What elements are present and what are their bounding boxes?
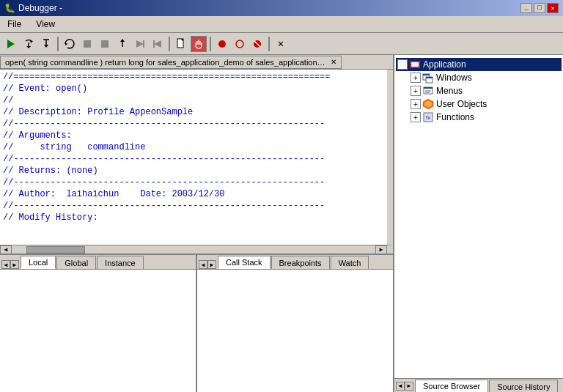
h-scroll-thumb[interactable] xyxy=(26,246,85,254)
toolbar: ✕ xyxy=(0,33,563,55)
expand-windows[interactable]: + xyxy=(411,73,421,83)
code-line-7: //--------------------------------------… xyxy=(3,153,384,165)
code-line-10: // Author: laihaichun Date: 2003/12/30 xyxy=(3,188,384,200)
code-line-11: //--------------------------------------… xyxy=(3,200,384,212)
code-line-2: // xyxy=(3,95,384,106)
code-area[interactable]: //======================================… xyxy=(0,70,393,245)
sep4 xyxy=(268,37,270,51)
functions-icon: fx xyxy=(422,111,434,123)
title-bar-buttons[interactable]: _ □ ✕ xyxy=(520,3,559,13)
br-nav-left[interactable]: ◀ xyxy=(199,260,207,269)
forward-button[interactable] xyxy=(132,36,148,52)
hand-button[interactable] xyxy=(191,36,207,52)
bottom-left-tab-bar: ◀ ▶ Local Global Instance xyxy=(0,255,196,270)
tab-watch[interactable]: Watch xyxy=(331,256,369,269)
svg-rect-23 xyxy=(411,62,419,67)
minimize-button[interactable]: _ xyxy=(520,3,532,13)
tree-item-windows[interactable]: + Windows xyxy=(396,71,562,84)
tree-item-menus[interactable]: + Menus xyxy=(396,84,562,97)
menus-icon xyxy=(422,85,434,97)
svg-marker-0 xyxy=(7,40,15,48)
title-bar: 🐛 Debugger - _ □ ✕ xyxy=(0,0,563,16)
menu-view[interactable]: View xyxy=(32,18,59,31)
bl-nav-left[interactable]: ◀ xyxy=(1,260,10,269)
scroll-right[interactable]: ▶ xyxy=(375,245,387,254)
code-line-5: // Arguments: xyxy=(3,130,384,141)
expand-functions[interactable]: + xyxy=(411,112,421,122)
code-line-12: // Modify History: xyxy=(3,212,384,223)
restart-button[interactable] xyxy=(62,36,78,52)
expand-application[interactable]: + xyxy=(397,59,408,70)
tree-label-functions: Functions xyxy=(436,112,474,122)
code-tab-close[interactable]: ✕ xyxy=(331,58,336,66)
tree-label-windows: Windows xyxy=(436,73,472,83)
userobjects-icon xyxy=(422,98,434,110)
step-over-button[interactable] xyxy=(21,36,37,52)
tree-item-functions[interactable]: + fx Functions xyxy=(396,111,562,124)
back-button[interactable] xyxy=(150,36,166,52)
code-line-3: // Description: Profile AppeonSample xyxy=(3,106,384,118)
svg-text:fx: fx xyxy=(426,114,430,121)
svg-rect-29 xyxy=(424,87,433,89)
bottom-right-content xyxy=(197,270,393,392)
menu-bar: File View xyxy=(0,16,563,33)
step-out-button[interactable] xyxy=(114,36,130,52)
sep1 xyxy=(57,37,59,51)
scroll-left[interactable]: ◀ xyxy=(0,245,12,254)
close-tab-button[interactable]: ✕ xyxy=(273,36,289,52)
tab-callstack[interactable]: Call Stack xyxy=(218,256,271,269)
windows-icon xyxy=(422,72,434,84)
bottom-right-tab-bar: ◀ ▶ Call Stack Breakpoints Watch xyxy=(197,255,393,270)
menu-file[interactable]: File xyxy=(3,18,26,31)
tab-local[interactable]: Local xyxy=(21,256,56,269)
code-line-6: // string commandline xyxy=(3,141,384,153)
app-icon: 🐛 xyxy=(4,3,15,13)
tab-breakpoints[interactable]: Breakpoints xyxy=(271,256,330,269)
br-nav-right[interactable]: ▶ xyxy=(207,260,216,269)
tree-item-application[interactable]: + Application xyxy=(396,58,562,71)
sb-nav-right[interactable]: ▶ xyxy=(405,382,413,391)
breakpoint-button1[interactable] xyxy=(214,36,230,52)
breakpoint-button3[interactable] xyxy=(249,36,265,52)
svg-marker-3 xyxy=(26,46,31,48)
code-line-8: // Returns: (none) xyxy=(3,165,384,177)
tab-instance[interactable]: Instance xyxy=(97,256,144,269)
sep2 xyxy=(169,37,170,51)
bottom-left-content xyxy=(0,270,196,392)
svg-marker-14 xyxy=(154,40,161,48)
tree-label-application: Application xyxy=(423,59,466,70)
expand-menus[interactable]: + xyxy=(411,86,421,96)
bottom-panels: ◀ ▶ Local Global Instance ◀ ▶ Call S xyxy=(0,254,393,392)
tree-item-userobjects[interactable]: + User Objects xyxy=(396,97,562,111)
new-button[interactable] xyxy=(173,36,189,52)
svg-marker-11 xyxy=(120,39,125,42)
sep3 xyxy=(210,37,211,51)
tab-global[interactable]: Global xyxy=(56,256,96,269)
tab-source-browser[interactable]: Source Browser xyxy=(415,380,488,392)
svg-rect-8 xyxy=(84,40,91,48)
step-into-button[interactable] xyxy=(38,36,54,52)
bl-nav-right[interactable]: ▶ xyxy=(10,260,19,269)
h-scrollbar[interactable]: ◀ ▶ xyxy=(0,245,393,254)
tab-source-history[interactable]: Source History xyxy=(489,380,558,392)
stop-button1[interactable] xyxy=(79,36,95,52)
sb-nav-left[interactable]: ◀ xyxy=(396,382,405,391)
maximize-button[interactable]: □ xyxy=(534,3,545,13)
run-button[interactable] xyxy=(3,36,19,52)
close-button[interactable]: ✕ xyxy=(547,3,559,13)
breakpoint-button2[interactable] xyxy=(232,36,248,52)
svg-marker-7 xyxy=(65,42,67,45)
code-line-0: //======================================… xyxy=(3,71,384,83)
application-icon xyxy=(409,59,421,70)
code-tab-bar: open( string commandline ) return long f… xyxy=(0,55,393,70)
left-panel: open( string commandline ) return long f… xyxy=(0,55,394,392)
svg-rect-9 xyxy=(101,40,108,48)
code-tab[interactable]: open( string commandline ) return long f… xyxy=(0,56,342,69)
expand-userobjects[interactable]: + xyxy=(411,99,421,109)
code-line-4: //--------------------------------------… xyxy=(3,118,384,130)
code-line-1: // Event: open() xyxy=(3,83,384,95)
code-tab-label: open( string commandline ) return long f… xyxy=(5,58,328,67)
stop-button2[interactable] xyxy=(97,36,113,52)
window-title: Debugger - xyxy=(18,3,62,13)
main-content: open( string commandline ) return long f… xyxy=(0,55,563,392)
